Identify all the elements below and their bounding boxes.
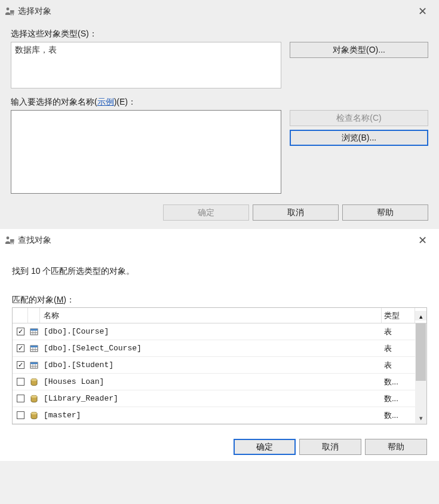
scrollbar[interactable]: ▾ — [415, 323, 426, 424]
svg-rect-16 — [30, 346, 38, 347]
grid-rows: [dbo].[Course]表[dbo].[Select_Course]表[db… — [13, 323, 426, 424]
database-icon — [28, 411, 40, 420]
example-link[interactable]: 示例 — [97, 97, 114, 106]
cancel-button[interactable]: 取消 — [253, 204, 339, 221]
find-objects-icon — [5, 236, 14, 245]
svg-rect-7 — [10, 240, 14, 241]
table-icon — [28, 344, 40, 353]
svg-point-5 — [7, 237, 10, 240]
enter-name-suffix: )(E)： — [114, 97, 136, 106]
grid-header-icon — [28, 308, 40, 323]
dialog2-title: 查找对象 — [18, 235, 51, 246]
row-name: [dbo].[Course] — [40, 327, 382, 336]
database-icon — [28, 378, 40, 386]
grid-header: 名称 类型 ▴ — [13, 308, 426, 323]
row-type: 数... — [382, 377, 415, 387]
row-type: 表 — [382, 343, 415, 354]
match-label-suffix: )： — [63, 295, 75, 304]
match-label-prefix: 匹配的对象( — [12, 295, 57, 304]
row-type: 表 — [382, 360, 415, 371]
close-icon[interactable]: ✕ — [415, 5, 431, 18]
grid-header-name[interactable]: 名称 — [40, 308, 382, 323]
ok-button[interactable]: 确定 — [234, 439, 296, 455]
svg-point-28 — [31, 395, 37, 398]
cancel-button[interactable]: 取消 — [299, 439, 361, 455]
row-name: [Library_Reader] — [40, 394, 382, 403]
scroll-down-arrow[interactable]: ▾ — [415, 412, 426, 424]
row-name: [dbo].[Select_Course] — [40, 344, 382, 353]
object-names-input[interactable] — [11, 110, 281, 194]
dialog1-title: 选择对象 — [18, 6, 51, 17]
objects-grid: 名称 类型 ▴ [dbo].[Course]表[dbo].[Select_Cou… — [12, 307, 427, 424]
find-objects-dialog: 查找对象 ✕ 找到 10 个匹配所选类型的对象。 匹配的对象(M)： 名称 类型… — [0, 229, 439, 461]
row-checkbox[interactable] — [17, 361, 24, 369]
select-types-label: 选择这些对象类型(S)： — [11, 29, 428, 39]
select-objects-icon — [5, 7, 14, 16]
svg-point-26 — [31, 378, 37, 381]
scroll-thumb[interactable] — [416, 323, 426, 381]
table-row[interactable]: [Library_Reader]数... — [13, 390, 426, 407]
dialog1-titlebar: 选择对象 ✕ — [0, 0, 439, 23]
browse-button[interactable]: 浏览(B)... — [290, 130, 428, 146]
svg-rect-2 — [10, 11, 14, 12]
row-checkbox[interactable] — [17, 328, 24, 335]
select-objects-dialog: 选择对象 ✕ 选择这些对象类型(S)： 数据库，表 对象类型(O)... 输入要… — [0, 0, 439, 229]
object-types-button[interactable]: 对象类型(O)... — [290, 42, 428, 58]
check-names-button: 检查名称(C) — [290, 110, 428, 126]
svg-point-8 — [11, 243, 12, 245]
row-checkbox[interactable] — [17, 411, 24, 419]
row-name: [dbo].[Student] — [40, 361, 382, 369]
object-types-display: 数据库，表 — [11, 42, 281, 88]
row-name: [Houses Loan] — [40, 377, 382, 386]
svg-rect-11 — [30, 329, 38, 331]
ok-button: 确定 — [163, 204, 249, 221]
table-icon — [28, 361, 40, 369]
table-row[interactable]: [master]数... — [13, 407, 426, 424]
svg-point-0 — [7, 8, 10, 11]
table-row[interactable]: [dbo].[Student]表 — [13, 357, 426, 374]
help-button[interactable]: 帮助 — [342, 204, 428, 221]
found-count-label: 找到 10 个匹配所选类型的对象。 — [12, 266, 427, 277]
table-row[interactable]: [dbo].[Select_Course]表 — [13, 340, 426, 357]
svg-point-30 — [31, 412, 37, 414]
help-button[interactable]: 帮助 — [365, 439, 427, 455]
svg-point-3 — [11, 14, 12, 16]
enter-names-label: 输入要选择的对象名称(示例)(E)： — [11, 97, 428, 108]
table-icon — [28, 328, 40, 336]
table-row[interactable]: [Houses Loan]数... — [13, 374, 426, 390]
row-type: 数... — [382, 410, 415, 421]
svg-point-9 — [13, 243, 14, 245]
grid-header-check — [13, 308, 28, 323]
row-checkbox[interactable] — [17, 344, 24, 352]
row-checkbox[interactable] — [17, 395, 24, 402]
row-type: 数... — [382, 393, 415, 404]
scroll-up-arrow[interactable]: ▴ — [415, 311, 426, 320]
table-row[interactable]: [dbo].[Course]表 — [13, 323, 426, 340]
row-checkbox[interactable] — [17, 378, 24, 386]
svg-rect-21 — [30, 362, 38, 364]
database-icon — [28, 395, 40, 403]
matching-objects-label: 匹配的对象(M)： — [12, 295, 427, 306]
row-name: [master] — [40, 411, 382, 420]
grid-header-type[interactable]: 类型 — [382, 308, 415, 323]
match-label-mn: M — [57, 295, 64, 304]
enter-name-prefix: 输入要选择的对象名称( — [11, 97, 97, 106]
svg-point-4 — [13, 14, 14, 16]
close-icon[interactable]: ✕ — [415, 234, 431, 247]
row-type: 表 — [382, 326, 415, 337]
dialog2-titlebar: 查找对象 ✕ — [0, 229, 439, 252]
